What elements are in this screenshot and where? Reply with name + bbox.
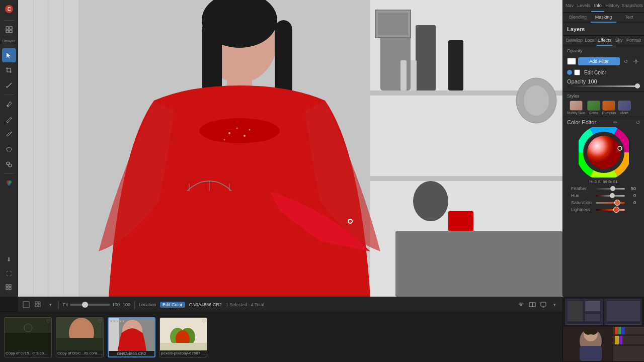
zoom-thumb[interactable] — [82, 302, 88, 308]
styles-section: Styles Ruddy Skin Grass Pumpkin More — [563, 92, 644, 117]
style-ruddy-skin[interactable]: Ruddy Skin — [567, 101, 585, 115]
style-pumpkin[interactable]: Pumpkin — [602, 101, 616, 115]
pumpkin-thumb — [602, 101, 615, 111]
eye-icon[interactable]: 👁 — [517, 301, 525, 309]
tab-info[interactable]: Info — [591, 0, 604, 12]
more-label: More — [620, 111, 628, 115]
saturation-slider[interactable] — [596, 202, 625, 204]
color-wheel-container[interactable] — [579, 127, 629, 177]
tab-develop[interactable]: Develop — [565, 36, 584, 46]
paint-tool[interactable] — [2, 112, 16, 126]
color-editor-refresh-icon[interactable]: ↺ — [636, 120, 640, 125]
lasso-tool[interactable] — [2, 142, 16, 156]
style-grass[interactable]: Grass — [587, 101, 600, 115]
tab-effects[interactable]: Effects — [597, 36, 612, 46]
brush-tool[interactable] — [2, 127, 16, 141]
filename-display: GN9A4866.CR2 — [189, 302, 222, 307]
heart-icon-3[interactable]: ★★★★★ — [110, 319, 125, 323]
opacity-slider-wrap — [567, 85, 640, 89]
layout-icon[interactable] — [22, 301, 30, 309]
color-wheel-wrap — [567, 127, 640, 177]
style-more[interactable]: More — [618, 101, 631, 115]
hue-value: 0 — [627, 193, 636, 198]
cursor-tool[interactable] — [2, 48, 16, 62]
hue-slider[interactable] — [596, 195, 625, 197]
edit-color-tag: Edit Color — [160, 302, 185, 308]
compare-icon[interactable] — [528, 301, 536, 309]
opacity-thumb[interactable] — [635, 83, 640, 88]
opacity-slider[interactable] — [567, 85, 640, 87]
cursor-crosshair — [348, 219, 353, 224]
edit-color-section: Edit Color Opacity 100 — [563, 67, 644, 92]
svg-rect-30 — [416, 25, 436, 90]
heart-icon-4[interactable]: ♡ — [202, 319, 206, 324]
lightness-slider[interactable] — [596, 209, 625, 211]
straighten-tool[interactable] — [2, 78, 16, 93]
tab-portrait[interactable]: Portrait — [625, 36, 642, 46]
svg-point-91 — [587, 136, 620, 169]
thumb-grid-2 — [604, 299, 642, 325]
add-filter-button[interactable]: Add Filter — [578, 57, 620, 65]
pencil-icon[interactable]: ✏ — [613, 120, 617, 125]
eyedropper-tool[interactable] — [2, 97, 16, 111]
tab-masking[interactable]: Masking — [591, 13, 616, 23]
svg-rect-62 — [23, 302, 29, 308]
filmstrip-item-1[interactable]: Copy of cv15...dits.com.arw ♡ — [4, 317, 52, 357]
svg-marker-6 — [7, 53, 11, 58]
tab-text[interactable]: Text — [616, 13, 642, 23]
svg-point-112 — [586, 334, 596, 341]
edit-color-header: Edit Color — [567, 69, 640, 75]
browse-tool[interactable] — [2, 23, 16, 37]
feather-thumb[interactable] — [610, 186, 615, 191]
color-editor-label: Color Editor — [567, 119, 596, 125]
filter-settings-icon[interactable] — [632, 57, 640, 65]
image-canvas[interactable] — [18, 0, 562, 297]
crop-tool[interactable] — [2, 63, 16, 77]
dropdown-arrow[interactable]: ▾ — [550, 301, 558, 309]
grass-thumb — [587, 101, 600, 111]
filter-color-swatch[interactable] — [567, 58, 576, 65]
filter-refresh-icon[interactable]: ↺ — [622, 57, 630, 65]
tab-nav[interactable]: Nav — [563, 0, 576, 12]
filmstrip-label-4: pexels-pixabay-62687.jpg — [160, 350, 207, 356]
tab-history[interactable]: History — [604, 0, 620, 12]
svg-rect-28 — [370, 176, 562, 181]
opacity-header-label: Opacity — [567, 48, 583, 53]
heart-icon-2[interactable]: ♡ — [98, 319, 102, 324]
lightness-thumb[interactable] — [614, 207, 619, 212]
tab-levels[interactable]: Levels — [576, 0, 591, 12]
svg-rect-3 — [10, 27, 12, 29]
svg-point-85 — [635, 60, 637, 62]
filmstrip-item-3[interactable]: GN9A4866.CR2 ★★★★★ ✎ — [108, 317, 155, 357]
feather-slider[interactable] — [596, 188, 625, 190]
zoom-control[interactable]: Fit 100 100 — [63, 302, 130, 307]
svg-point-50 — [244, 135, 246, 137]
saturation-thumb[interactable] — [615, 200, 620, 205]
view-options-icon[interactable]: ▾ — [46, 301, 54, 309]
tab-local[interactable]: Local — [584, 36, 597, 46]
svg-point-10 — [7, 147, 12, 151]
tab-snapshots[interactable]: Snapshots — [620, 0, 644, 12]
fullscreen-icon[interactable]: ⛶ — [2, 266, 16, 281]
thumbnail-grid — [563, 297, 644, 327]
filmstrip-item-4[interactable]: pexels-pixabay-62687.jpg ♡ — [159, 317, 207, 357]
hue-thumb[interactable] — [610, 193, 615, 198]
zoom-slider[interactable] — [70, 304, 110, 306]
heart-icon-1[interactable]: ♡ — [46, 319, 50, 324]
grid-icon[interactable] — [34, 301, 42, 309]
svg-rect-68 — [532, 303, 535, 307]
filmstrip: Copy of cv15...dits.com.arw ♡ Copy of DS… — [0, 312, 562, 362]
screen-icon[interactable] — [539, 301, 547, 309]
filmstrip-item-2[interactable]: Copy of DSC...its.com.nef ♡ — [56, 317, 104, 357]
grid-view-icon[interactable] — [2, 281, 16, 295]
tab-sky[interactable]: Sky — [612, 36, 625, 46]
clone-tool[interactable] — [2, 157, 16, 171]
tab-blending[interactable]: Blending — [565, 13, 591, 23]
hue-label: Hue — [571, 193, 594, 198]
color-tool[interactable] — [2, 176, 16, 190]
edit-color-label: Edit Color — [584, 70, 640, 75]
top-panel-tabs: Nav Levels Info History Snapshots — [563, 0, 644, 13]
import-icon[interactable]: ⬇ — [2, 252, 16, 266]
svg-point-38 — [413, 181, 448, 221]
layers-title: Layers — [563, 23, 644, 36]
